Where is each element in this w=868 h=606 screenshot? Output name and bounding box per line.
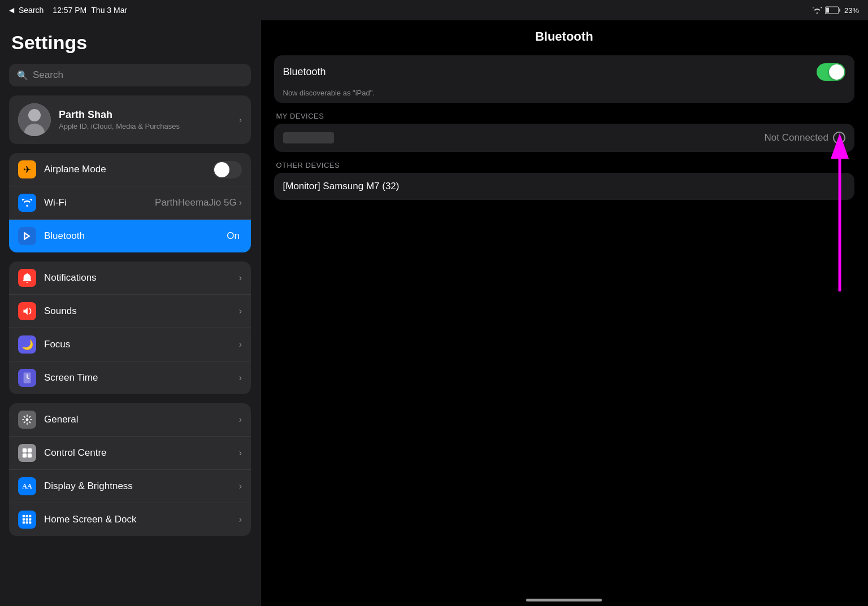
right-panel: Bluetooth Bluetooth Now discoverable as …: [261, 20, 869, 606]
screentime-chevron-icon: ›: [239, 373, 242, 383]
list-item[interactable]: [Monitor] Samsung M7 (32): [274, 173, 855, 200]
svg-point-4: [28, 109, 41, 121]
sidebar-item-notifications[interactable]: Notifications ›: [9, 261, 251, 295]
focus-label: Focus: [44, 339, 239, 350]
device-name-placeholder: [283, 132, 334, 143]
other-devices-group: [Monitor] Samsung M7 (32): [274, 173, 855, 200]
screentime-icon: [18, 369, 36, 387]
sidebar-item-wifi[interactable]: Wi-Fi ParthHeemaJio 5G ›: [9, 186, 251, 220]
wifi-label: Wi-Fi: [44, 197, 155, 208]
discoverable-text: Now discoverable as "iPad".: [283, 89, 846, 103]
my-devices-group: Not Connected i: [274, 124, 855, 152]
general-icon: [18, 411, 36, 429]
home-indicator: [526, 599, 602, 601]
sidebar: Settings 🔍 Search Parth Shah Apple ID, i…: [0, 20, 260, 606]
svg-rect-18: [23, 521, 25, 524]
screentime-label: Screen Time: [44, 372, 239, 383]
svg-rect-15: [23, 518, 25, 521]
focus-icon: 🌙: [18, 335, 36, 354]
sidebar-item-airplane[interactable]: ✈ Airplane Mode: [9, 153, 251, 186]
sidebar-item-bluetooth[interactable]: Bluetooth On: [9, 220, 251, 252]
sounds-icon: [18, 302, 36, 320]
svg-rect-10: [23, 454, 27, 457]
right-panel-header: Bluetooth: [261, 20, 869, 55]
status-date: Thu 3 Mar: [91, 6, 127, 15]
other-devices-header: OTHER DEVICES: [276, 161, 855, 169]
svg-rect-19: [26, 521, 28, 524]
display-icon: AA: [18, 477, 36, 495]
wifi-value: ParthHeemaJio 5G: [155, 197, 237, 208]
device-status: Not Connected i: [342, 132, 846, 144]
wifi-chevron-icon: ›: [239, 198, 242, 208]
sidebar-item-sounds[interactable]: Sounds ›: [9, 295, 251, 328]
focus-chevron-icon: ›: [239, 339, 242, 350]
notifications-label: Notifications: [44, 272, 239, 284]
svg-rect-17: [29, 518, 31, 521]
homescreen-icon: [18, 511, 36, 529]
not-connected-label: Not Connected: [765, 132, 828, 143]
sidebar-title: Settings: [9, 32, 251, 54]
sidebar-item-controlcentre[interactable]: Control Centre ›: [9, 437, 251, 470]
sounds-chevron-icon: ›: [239, 306, 242, 316]
profile-card[interactable]: Parth Shah Apple ID, iCloud, Media & Pur…: [9, 95, 251, 144]
status-bar: ◀ Search 12:57 PM Thu 3 Mar 23%: [0, 0, 868, 20]
search-icon: 🔍: [17, 70, 28, 81]
display-chevron-icon: ›: [239, 481, 242, 491]
search-placeholder[interactable]: Search: [33, 69, 63, 81]
back-arrow-icon: ◀: [9, 6, 14, 14]
svg-rect-14: [29, 515, 31, 517]
notifications-icon: [18, 269, 36, 287]
sounds-label: Sounds: [44, 306, 239, 317]
device-info-button[interactable]: i: [833, 132, 845, 144]
controlcentre-icon: [18, 444, 36, 462]
svg-rect-13: [26, 515, 28, 517]
status-bar-left: ◀ Search 12:57 PM Thu 3 Mar: [9, 6, 127, 15]
search-bar[interactable]: 🔍 Search: [9, 64, 251, 86]
sidebar-item-general[interactable]: General ›: [9, 403, 251, 437]
svg-rect-2: [826, 8, 829, 13]
profile-chevron-icon: ›: [239, 115, 242, 124]
homescreen-label: Home Screen & Dock: [44, 514, 239, 525]
airplane-label: Airplane Mode: [44, 164, 213, 175]
bluetooth-toggle-switch[interactable]: [817, 63, 845, 81]
airplane-icon: ✈: [18, 160, 36, 178]
general-chevron-icon: ›: [239, 415, 242, 425]
general-group: General › Control Centre › AA Display: [9, 403, 251, 536]
profile-info: Parth Shah Apple ID, iCloud, Media & Pur…: [59, 109, 231, 130]
airplane-toggle[interactable]: [213, 161, 242, 178]
connectivity-group: ✈ Airplane Mode Wi-Fi ParthHeemaJio 5G ›: [9, 153, 251, 252]
main-content: Settings 🔍 Search Parth Shah Apple ID, i…: [0, 20, 868, 606]
bluetooth-toggle-row: Bluetooth: [283, 55, 846, 89]
battery-percent: 23%: [844, 6, 859, 15]
sidebar-item-homescreen[interactable]: Home Screen & Dock ›: [9, 503, 251, 536]
svg-rect-9: [28, 448, 32, 452]
sidebar-item-displaybrightness[interactable]: AA Display & Brightness ›: [9, 470, 251, 503]
table-row[interactable]: Not Connected i: [274, 124, 855, 152]
svg-rect-11: [28, 454, 32, 457]
bluetooth-toggle-group: Bluetooth Now discoverable as "iPad".: [274, 55, 855, 103]
notifications-group: Notifications › Sounds › 🌙 Focus ›: [9, 261, 251, 394]
info-icon: i: [838, 134, 840, 142]
controlcentre-label: Control Centre: [44, 447, 239, 459]
bluetooth-status: On: [227, 230, 240, 242]
svg-rect-8: [23, 448, 27, 452]
battery-icon: [825, 6, 841, 14]
svg-rect-16: [26, 518, 28, 521]
profile-subtitle: Apple ID, iCloud, Media & Purchases: [59, 122, 231, 130]
back-label[interactable]: Search: [19, 6, 44, 15]
wifi-settings-icon: [18, 194, 36, 212]
bluetooth-label: Bluetooth: [44, 230, 227, 242]
sidebar-item-screentime[interactable]: Screen Time ›: [9, 361, 251, 394]
display-label: Display & Brightness: [44, 481, 239, 492]
svg-rect-1: [839, 8, 840, 12]
avatar: [18, 103, 51, 136]
status-time: 12:57 PM: [53, 6, 86, 15]
sidebar-item-focus[interactable]: 🌙 Focus ›: [9, 328, 251, 361]
right-panel-content: Bluetooth Now discoverable as "iPad". MY…: [261, 55, 869, 200]
status-bar-right: 23%: [813, 6, 859, 15]
general-label: General: [44, 414, 239, 425]
svg-point-7: [26, 418, 29, 421]
svg-rect-12: [23, 515, 25, 517]
bluetooth-page-title: Bluetooth: [535, 29, 593, 43]
wifi-icon: [813, 7, 822, 14]
